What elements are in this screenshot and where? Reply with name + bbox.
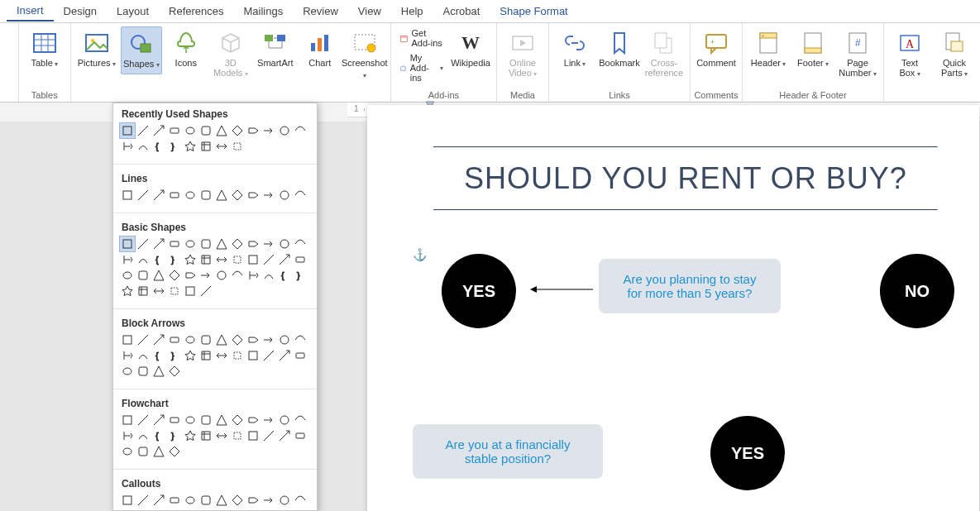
shape-option[interactable] — [183, 493, 198, 508]
shape-option[interactable] — [293, 188, 308, 203]
smartart-button[interactable]: SmartArt — [255, 26, 296, 71]
shape-option[interactable] — [261, 236, 276, 251]
shape-option[interactable] — [261, 188, 276, 203]
shape-option[interactable] — [293, 413, 308, 427]
tab-acrobat[interactable]: Acrobat — [433, 2, 490, 21]
shape-option[interactable] — [246, 188, 261, 203]
shape-option[interactable] — [167, 413, 182, 427]
shape-option[interactable] — [198, 139, 213, 154]
link-button[interactable]: Link — [554, 26, 595, 73]
shape-option[interactable] — [136, 364, 151, 379]
shape-option[interactable] — [277, 413, 292, 427]
shape-option[interactable] — [120, 413, 135, 427]
shape-option[interactable] — [277, 332, 292, 347]
shape-option[interactable] — [246, 123, 261, 138]
shape-option[interactable] — [230, 252, 245, 267]
shape-option[interactable] — [198, 284, 213, 298]
shape-option[interactable] — [136, 284, 151, 298]
shape-option[interactable] — [151, 444, 166, 459]
tab-mailings[interactable]: Mailings — [234, 2, 294, 21]
shape-option[interactable] — [151, 236, 166, 251]
shape-option[interactable] — [120, 268, 135, 283]
shape-option[interactable] — [167, 123, 182, 138]
wikipedia-button[interactable]: WWikipedia — [450, 26, 491, 71]
shape-option[interactable] — [198, 428, 213, 443]
shape-option[interactable] — [277, 348, 292, 363]
shape-option[interactable] — [214, 236, 229, 251]
shape-option[interactable] — [120, 428, 135, 443]
shape-option[interactable] — [183, 284, 198, 298]
shape-option[interactable] — [151, 284, 166, 298]
shape-option[interactable] — [214, 348, 229, 363]
shape-option[interactable]: { — [151, 252, 166, 267]
my-addins-button[interactable]: My Add-ins▾ — [396, 51, 447, 84]
shape-option[interactable]: } — [167, 252, 182, 267]
shape-option[interactable]: } — [167, 348, 182, 363]
shape-option[interactable] — [183, 236, 198, 251]
shape-option[interactable] — [293, 428, 308, 443]
shape-option[interactable] — [277, 236, 292, 251]
text-box-button[interactable]: ATextBox — [889, 26, 930, 83]
shape-option[interactable] — [277, 428, 292, 443]
shape-option[interactable] — [183, 413, 198, 427]
shape-option[interactable] — [246, 348, 261, 363]
tab-design[interactable]: Design — [54, 2, 107, 21]
shape-option[interactable] — [136, 236, 151, 251]
tab-help[interactable]: Help — [391, 2, 433, 21]
shape-option[interactable] — [246, 332, 261, 347]
anchor-icon[interactable]: ⚓ — [413, 248, 427, 261]
shape-option[interactable] — [167, 332, 182, 347]
shape-option[interactable] — [261, 493, 276, 508]
shape-option[interactable] — [120, 252, 135, 267]
header-button[interactable]: +Header — [748, 26, 789, 73]
shape-option[interactable] — [230, 123, 245, 138]
shape-option[interactable] — [120, 444, 135, 459]
shape-option[interactable]: { — [151, 428, 166, 443]
page-number-button[interactable]: #PageNumber — [837, 26, 878, 83]
shape-option[interactable] — [198, 493, 213, 508]
get-addins-button[interactable]: Get Add-ins — [396, 26, 447, 50]
shape-option[interactable] — [167, 284, 182, 298]
arrow-left-icon[interactable] — [528, 285, 595, 294]
shape-option[interactable] — [198, 236, 213, 251]
shape-option[interactable] — [293, 348, 308, 363]
quick-parts-button[interactable]: QuickParts — [934, 26, 975, 83]
shape-option[interactable] — [151, 364, 166, 379]
shape-option[interactable] — [120, 188, 135, 203]
table-button[interactable]: Table — [24, 26, 65, 73]
shape-option[interactable] — [120, 332, 135, 347]
screenshot-button[interactable]: Screenshot — [344, 26, 385, 84]
shape-option[interactable] — [198, 332, 213, 347]
shape-option[interactable] — [261, 268, 276, 283]
shape-option[interactable] — [198, 188, 213, 203]
shape-option[interactable]: { — [151, 139, 166, 154]
shape-option[interactable] — [230, 332, 245, 347]
shape-option[interactable] — [151, 493, 166, 508]
shape-option[interactable] — [120, 493, 135, 508]
shape-option[interactable] — [151, 123, 166, 138]
shape-option[interactable] — [151, 268, 166, 283]
shape-option[interactable] — [246, 252, 261, 267]
shape-option[interactable] — [136, 332, 151, 347]
shape-option[interactable] — [214, 188, 229, 203]
page[interactable]: SHOULD YOU RENT OR BUY? ⚓ YES Are you pl… — [367, 105, 979, 511]
shape-option[interactable] — [214, 493, 229, 508]
shape-option[interactable] — [120, 139, 135, 154]
tab-view[interactable]: View — [348, 2, 391, 21]
shape-option[interactable] — [246, 268, 261, 283]
shape-option[interactable] — [230, 188, 245, 203]
shape-option[interactable] — [293, 236, 308, 251]
shape-option[interactable] — [183, 348, 198, 363]
shape-option[interactable] — [183, 268, 198, 283]
shape-option[interactable] — [261, 123, 276, 138]
shape-option[interactable] — [183, 139, 198, 154]
icons-button[interactable]: Icons — [165, 26, 207, 71]
shape-option[interactable] — [183, 428, 198, 443]
shape-option[interactable] — [183, 123, 198, 138]
chart-button[interactable]: Chart — [299, 26, 341, 71]
shape-option[interactable]: } — [293, 268, 308, 283]
question-chip-2[interactable]: Are you at a financially stable position… — [413, 424, 603, 479]
shape-option[interactable] — [230, 428, 245, 443]
no-circle[interactable]: NO — [880, 254, 954, 328]
shape-option[interactable] — [246, 428, 261, 443]
